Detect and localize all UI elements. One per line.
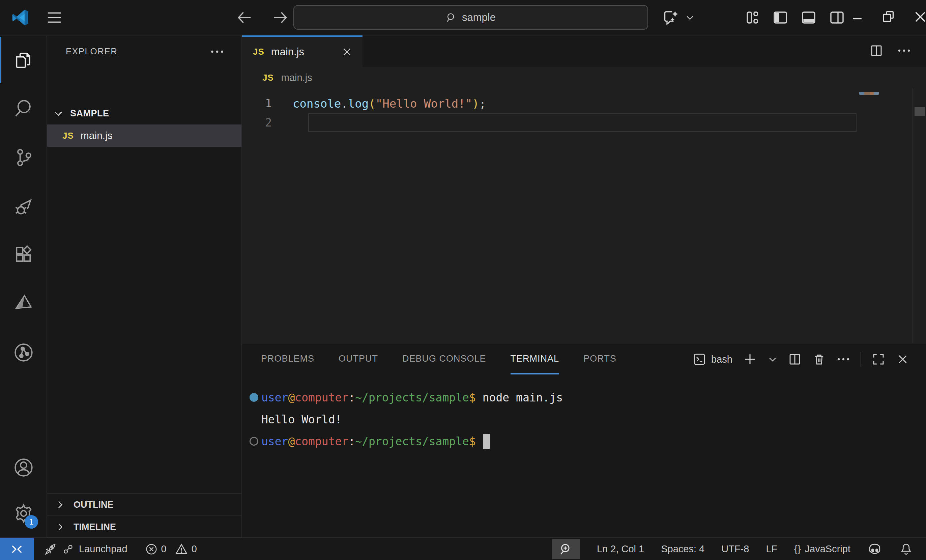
- launchpad-status-item[interactable]: Launchpad: [43, 542, 127, 556]
- token: (: [369, 97, 375, 110]
- language-label: JavaScript: [805, 543, 850, 555]
- remote-indicator[interactable]: [0, 538, 34, 560]
- activity-bar: 1: [0, 35, 47, 537]
- zoom-status-item[interactable]: [552, 539, 580, 559]
- menu-icon[interactable]: [47, 11, 62, 24]
- go-forward-icon[interactable]: [271, 9, 289, 26]
- explorer-sidebar: EXPLORER SAMPLE JS main.js: [47, 35, 242, 537]
- tab-mainjs[interactable]: JS main.js: [242, 35, 363, 67]
- restore-icon[interactable]: [881, 9, 896, 25]
- code-text: console.log("Hello World!");: [293, 97, 486, 110]
- split-editor-icon[interactable]: [869, 44, 884, 58]
- code-editor[interactable]: 1console.log("Hello World!");2: [242, 88, 926, 343]
- command-center-search[interactable]: sample: [294, 5, 648, 30]
- new-terminal-icon[interactable]: [743, 352, 757, 367]
- search-icon: [446, 12, 457, 23]
- prompt-decoration-icon[interactable]: [250, 437, 258, 446]
- run-debug-icon[interactable]: [12, 195, 35, 219]
- cursor-position-item[interactable]: Ln 2, Col 1: [597, 543, 644, 555]
- panel-tab-problems[interactable]: PROBLEMS: [261, 344, 314, 374]
- panel-tab-debug-console[interactable]: DEBUG CONSOLE: [402, 344, 486, 374]
- settings-gear-icon[interactable]: 1: [12, 502, 35, 525]
- terminal-token: :: [348, 391, 355, 404]
- panel-tab-terminal[interactable]: TERMINAL: [511, 344, 560, 374]
- code-line[interactable]: 1console.log("Hello World!");: [242, 94, 926, 113]
- language-mode-item[interactable]: {} JavaScript: [794, 543, 850, 555]
- token: console: [293, 97, 341, 110]
- notifications-bell-icon[interactable]: [899, 542, 913, 556]
- search-view-icon[interactable]: [12, 97, 35, 120]
- accounts-icon[interactable]: [12, 456, 35, 479]
- copilot-chevron-down-icon[interactable]: [685, 12, 695, 23]
- toggle-panel-icon[interactable]: [800, 9, 817, 26]
- minimap[interactable]: [859, 92, 879, 95]
- chevron-down-icon: [53, 107, 64, 119]
- tab-label: main.js: [271, 46, 304, 58]
- timeline-label: TIMELINE: [74, 522, 116, 532]
- outline-label: OUTLINE: [74, 499, 113, 510]
- minimize-icon[interactable]: [850, 9, 865, 25]
- terminal-icon: [692, 352, 707, 366]
- terminal-line: user@computer:~/projects/sample$: [242, 430, 926, 453]
- vscode-logo-icon: [11, 8, 30, 27]
- indentation-item[interactable]: Spaces: 4: [661, 543, 704, 555]
- eol-item[interactable]: LF: [766, 543, 777, 555]
- customize-layout-icon[interactable]: [745, 9, 760, 26]
- problems-status-item[interactable]: 0 0: [145, 542, 197, 556]
- terminal-token: Hello World!: [261, 413, 342, 426]
- errors-icon: [145, 543, 158, 555]
- close-panel-icon[interactable]: [896, 352, 910, 366]
- close-window-icon[interactable]: [912, 9, 926, 25]
- breadcrumb[interactable]: JS main.js: [242, 67, 926, 88]
- pyramid-extension-icon[interactable]: [12, 291, 35, 315]
- line-number: 1: [242, 97, 293, 110]
- braces-icon: {}: [794, 543, 800, 555]
- settings-badge: 1: [25, 515, 38, 529]
- timeline-section[interactable]: TIMELINE: [47, 516, 241, 538]
- encoding-item[interactable]: UTF-8: [721, 543, 749, 555]
- code-line[interactable]: 2: [242, 113, 926, 132]
- source-control-icon[interactable]: [12, 146, 35, 170]
- split-terminal-icon[interactable]: [788, 352, 802, 366]
- explorer-icon[interactable]: [12, 48, 35, 72]
- launch-profile-chevron-icon[interactable]: [767, 354, 778, 364]
- maximize-panel-icon[interactable]: [872, 352, 885, 366]
- copilot-icon[interactable]: [663, 9, 680, 26]
- terminal-token: user: [261, 435, 288, 448]
- panel-tab-ports[interactable]: PORTS: [583, 344, 616, 374]
- terminal-more-actions-icon[interactable]: [836, 352, 850, 366]
- terminal-token: $: [469, 391, 476, 404]
- token: ;: [479, 97, 486, 110]
- extensions-icon[interactable]: [12, 243, 35, 267]
- toggle-primary-sidebar-icon[interactable]: [772, 9, 788, 26]
- tab-close-icon[interactable]: [340, 45, 353, 58]
- go-back-icon[interactable]: [236, 9, 254, 26]
- panel-tab-output[interactable]: OUTPUT: [339, 344, 378, 374]
- editor-more-actions-icon[interactable]: [897, 44, 911, 58]
- javascript-file-icon: JS: [262, 73, 274, 83]
- terminal-cursor: [483, 434, 490, 449]
- file-item-label: main.js: [80, 130, 113, 141]
- folder-section-sample[interactable]: SAMPLE: [47, 103, 241, 124]
- editor-scrollbar-slider[interactable]: [914, 107, 925, 116]
- copilot-status-icon[interactable]: [867, 542, 882, 557]
- remote-icon: [10, 542, 24, 556]
- kill-terminal-icon[interactable]: [812, 352, 826, 366]
- breadcrumb-file: main.js: [281, 72, 312, 83]
- active-view-indicator: [0, 37, 2, 83]
- command-success-decoration-icon[interactable]: [250, 393, 258, 402]
- panel-actions-divider: [861, 352, 861, 367]
- explorer-more-actions-icon[interactable]: [210, 44, 225, 59]
- javascript-file-icon: JS: [62, 130, 74, 141]
- link-icon: [62, 543, 74, 555]
- terminal-token: [476, 435, 483, 448]
- token: log: [348, 97, 369, 110]
- terminal[interactable]: user@computer:~/projects/sample$ node ma…: [242, 375, 926, 537]
- rocket-icon: [43, 542, 57, 556]
- file-item-mainjs[interactable]: JS main.js: [47, 124, 241, 147]
- outline-section[interactable]: OUTLINE: [47, 493, 241, 516]
- terminal-instance-bash[interactable]: bash: [692, 352, 732, 366]
- toggle-secondary-sidebar-icon[interactable]: [829, 9, 845, 26]
- terminal-token: @: [288, 391, 295, 404]
- share-extension-icon[interactable]: [12, 341, 35, 364]
